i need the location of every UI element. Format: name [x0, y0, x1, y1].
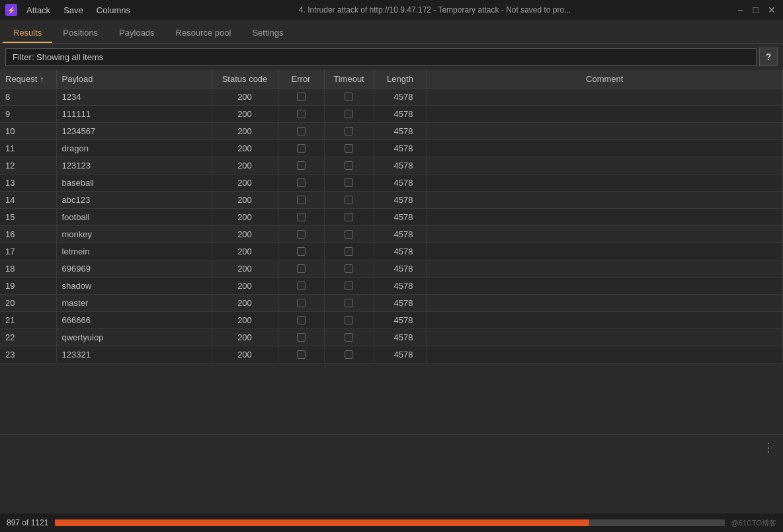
cell-payload: 123123	[56, 157, 212, 174]
cell-length: 4578	[374, 346, 427, 363]
tab-bar: Results Positions Payloads Resource pool…	[0, 20, 783, 44]
cell-timeout	[324, 329, 374, 346]
cell-request: 22	[0, 329, 56, 346]
tab-settings[interactable]: Settings	[241, 24, 294, 43]
progress-bar	[55, 519, 724, 526]
error-checkbox	[297, 93, 306, 101]
cell-length: 4578	[374, 260, 427, 278]
tab-positions[interactable]: Positions	[52, 24, 108, 43]
tab-payloads[interactable]: Payloads	[108, 24, 165, 43]
cell-error	[278, 243, 324, 260]
cell-length: 4578	[374, 157, 427, 174]
cell-comment	[427, 278, 783, 295]
results-scroll-area[interactable]: 8123420045789111111200457810123456720045…	[0, 89, 783, 434]
cell-timeout	[324, 123, 374, 140]
cell-payload: baseball	[56, 174, 212, 192]
minimize-button[interactable]: −	[734, 4, 746, 16]
table-row[interactable]: 231233212004578	[0, 346, 783, 363]
cell-request: 19	[0, 278, 56, 295]
col-header-timeout[interactable]: Timeout	[324, 70, 374, 89]
table-row[interactable]: 22qwertyuiop2004578	[0, 329, 783, 346]
timeout-checkbox	[345, 144, 353, 153]
timeout-checkbox	[345, 161, 353, 170]
results-table-header: Request ↑ Payload Status code Error Time…	[0, 70, 783, 89]
cell-payload: 666666	[56, 312, 212, 329]
close-button[interactable]: ✕	[766, 4, 778, 16]
cell-comment	[427, 226, 783, 243]
timeout-checkbox	[345, 230, 353, 239]
maximize-button[interactable]: □	[750, 4, 762, 16]
menu-columns[interactable]: Columns	[91, 4, 136, 17]
tab-results[interactable]: Results	[3, 24, 52, 43]
error-checkbox	[297, 230, 306, 239]
cell-request: 20	[0, 295, 56, 312]
window-title: 4. Intruder attack of http://10.9.47.172…	[140, 5, 730, 15]
col-header-request[interactable]: Request ↑	[0, 70, 56, 89]
table-row[interactable]: 14abc1232004578	[0, 192, 783, 209]
watermark: @61CTO博客	[731, 518, 776, 528]
col-header-payload[interactable]: Payload	[56, 70, 212, 89]
table-row[interactable]: 1012345672004578	[0, 123, 783, 140]
cell-error	[278, 106, 324, 123]
cell-request: 14	[0, 192, 56, 209]
cell-request: 12	[0, 157, 56, 174]
cell-timeout	[324, 226, 374, 243]
timeout-checkbox	[345, 316, 353, 324]
cell-payload: 123321	[56, 346, 212, 363]
error-checkbox	[297, 247, 306, 256]
cell-payload: qwertyuiop	[56, 329, 212, 346]
cell-comment	[427, 157, 783, 174]
cell-comment	[427, 346, 783, 363]
cell-comment	[427, 209, 783, 226]
table-row[interactable]: 812342004578	[0, 89, 783, 106]
cell-status: 200	[212, 174, 278, 192]
table-row[interactable]: 11dragon2004578	[0, 140, 783, 157]
cell-error	[278, 140, 324, 157]
dots-menu-button[interactable]: ⋮	[762, 440, 775, 455]
table-row[interactable]: 16monkey2004578	[0, 226, 783, 243]
table-row[interactable]: 20master2004578	[0, 295, 783, 312]
cell-status: 200	[212, 295, 278, 312]
cell-request: 8	[0, 89, 56, 106]
menu-attack[interactable]: Attack	[21, 4, 56, 17]
col-header-comment[interactable]: Comment	[427, 70, 783, 89]
cell-status: 200	[212, 346, 278, 363]
cell-timeout	[324, 243, 374, 260]
timeout-checkbox	[345, 350, 353, 359]
col-header-status[interactable]: Status code	[212, 70, 278, 89]
cell-status: 200	[212, 209, 278, 226]
cell-timeout	[324, 192, 374, 209]
cell-comment	[427, 106, 783, 123]
table-row[interactable]: 13baseball2004578	[0, 174, 783, 192]
table-row[interactable]: 186969692004578	[0, 260, 783, 278]
cell-comment	[427, 174, 783, 192]
col-header-error[interactable]: Error	[278, 70, 324, 89]
menu-save[interactable]: Save	[58, 4, 89, 17]
table-row[interactable]: 17letmein2004578	[0, 243, 783, 260]
cell-length: 4578	[374, 312, 427, 329]
cell-error	[278, 123, 324, 140]
tab-resource-pool[interactable]: Resource pool	[165, 24, 242, 43]
table-row[interactable]: 121231232004578	[0, 157, 783, 174]
table-row[interactable]: 216666662004578	[0, 312, 783, 329]
table-row[interactable]: 19shadow2004578	[0, 278, 783, 295]
cell-length: 4578	[374, 209, 427, 226]
cell-request: 18	[0, 260, 56, 278]
error-checkbox	[297, 316, 306, 324]
status-bar: 897 of 1121 @61CTO博客	[0, 513, 783, 532]
bottom-area: ⋮	[0, 434, 783, 513]
error-checkbox	[297, 282, 306, 290]
status-count: 897 of 1121	[7, 518, 48, 527]
help-button[interactable]: ?	[759, 48, 778, 66]
table-row[interactable]: 15football2004578	[0, 209, 783, 226]
timeout-checkbox	[345, 196, 353, 204]
cell-error	[278, 346, 324, 363]
cell-request: 13	[0, 174, 56, 192]
cell-timeout	[324, 260, 374, 278]
cell-comment	[427, 260, 783, 278]
table-row[interactable]: 91111112004578	[0, 106, 783, 123]
cell-error	[278, 209, 324, 226]
filter-input[interactable]	[5, 48, 757, 66]
col-header-length[interactable]: Length	[374, 70, 427, 89]
cell-timeout	[324, 157, 374, 174]
